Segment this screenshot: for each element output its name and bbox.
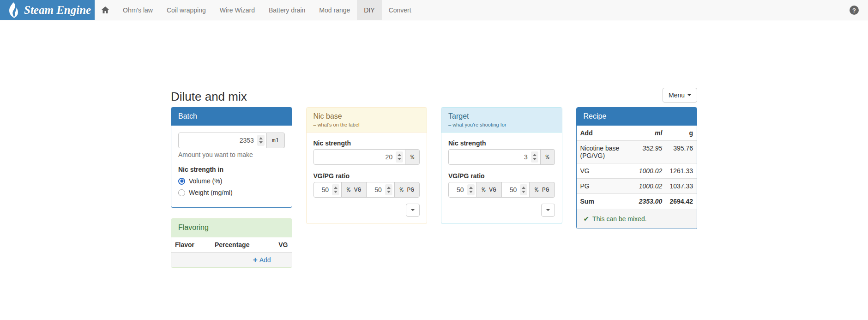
nic-base-panel: Nic base – what's on the label Nic stren… [306,107,428,224]
nic-base-ratio-label: VG/PG ratio [313,172,420,180]
checkmark-icon: ✔ [584,215,590,223]
target-vg-spinner[interactable] [467,184,475,195]
nav-item-diy[interactable]: DIY [357,0,381,20]
target-panel-title: Target [448,112,555,121]
menu-button-label: Menu [669,91,685,99]
nic-base-pg-spinner[interactable] [385,184,392,195]
recipe-row-ml: 352.95 [633,141,666,163]
target-vg-wrap [448,182,477,198]
nav-item-convert[interactable]: Convert [382,0,418,20]
flavoring-table: Flavor Percentage VG + Add [171,237,292,267]
radio-volume[interactable]: Volume (%) [178,177,285,185]
nav-item-ohms-law[interactable]: Ohm's law [116,0,160,20]
batch-amount-input[interactable] [178,133,267,148]
batch-panel-title: Batch [178,112,285,121]
recipe-col-ml: ml [633,126,666,141]
recipe-header-row: Add ml g [577,126,697,141]
recipe-row-g: 1261.33 [666,163,697,179]
target-pg-unit: % PG [529,182,555,198]
recipe-panel-title: Recipe [584,112,690,121]
recipe-row-ml: 1000.02 [633,179,666,194]
nic-base-panel-title: Nic base [313,112,420,121]
target-panel-subtitle: – what you're shooting for [448,122,555,127]
add-flavor-button[interactable]: + Add [253,256,271,264]
main-container: Dilute and mix Menu Batch ml [164,88,704,278]
chevron-down-icon [687,94,691,96]
batch-panel-heading: Batch [171,108,292,126]
nic-base-panel-body: Nic strength % VG/PG ratio [307,133,427,223]
recipe-row-name: VG [577,163,634,179]
column-recipe: Recipe Add ml g Nicotine base (PG/VG) [569,107,705,278]
batch-amount-help: Amount you want to make [178,151,285,158]
target-pg-spinner[interactable] [520,184,527,195]
target-ratio-group: % VG % PG [448,182,555,198]
nic-base-panel-subtitle: – what's on the label [313,122,420,127]
nic-base-dropdown-row [313,198,420,217]
recipe-sum-ml: 2353.00 [633,194,666,209]
brand-logo[interactable]: Steam Engine [0,0,95,20]
recipe-col-g: g [666,126,697,141]
radio-volume-circle[interactable] [178,178,185,185]
house-icon [102,6,109,13]
target-dropdown-row [448,198,555,217]
batch-amount-spinner[interactable] [257,135,265,146]
menu-button[interactable]: Menu [663,88,697,103]
recipe-status: ✔ This can be mixed. [577,209,697,229]
nic-base-strength-unit: % [405,149,420,165]
recipe-row-vg: VG 1000.02 1261.33 [577,163,697,179]
target-dropdown-button[interactable] [541,204,555,217]
target-strength-label: Nic strength [448,139,555,147]
nic-base-vg-unit: % VG [341,182,367,198]
target-panel: Target – what you're shooting for Nic st… [441,107,562,224]
flavoring-add-row: + Add [171,252,292,267]
brand-name: Steam Engine [24,4,91,17]
nic-base-panel-heading: Nic base – what's on the label [307,108,427,133]
radio-weight[interactable]: Weight (mg/ml) [178,189,285,196]
batch-amount-unit: ml [266,133,285,148]
nic-base-dropdown-button[interactable] [406,204,420,217]
target-panel-heading: Target – what you're shooting for [441,108,562,133]
flavoring-header-row: Flavor Percentage VG [171,237,292,253]
help-icon[interactable]: ? [850,6,859,15]
nic-base-strength-spinner[interactable] [396,151,403,163]
nic-base-vg-spinner[interactable] [332,184,339,195]
recipe-sum-g: 2694.42 [666,194,697,209]
radio-weight-label: Weight (mg/ml) [189,189,233,196]
chevron-down-icon [411,209,415,211]
add-flavor-label: Add [259,256,271,264]
flavoring-col-percentage: Percentage [211,237,261,253]
target-pg-wrap [501,182,530,198]
target-strength-unit: % [540,149,555,165]
recipe-row-g: 395.76 [666,141,697,163]
target-strength-spinner[interactable] [531,151,538,163]
target-strength-wrap [448,149,541,165]
nav-item-battery-drain[interactable]: Battery drain [262,0,312,20]
chevron-down-icon [546,209,550,211]
target-strength-input[interactable] [448,149,541,165]
recipe-panel-heading: Recipe [577,108,697,126]
nic-base-strength-input[interactable] [313,149,406,165]
target-panel-body: Nic strength % VG/PG ratio [441,133,562,223]
nav-item-coil-wrapping[interactable]: Coil wrapping [160,0,213,20]
column-batch: Batch ml Amount you want to make Nic str… [164,107,299,278]
recipe-row-name: PG [577,179,634,194]
plus-icon: + [253,257,258,263]
nic-base-strength-label: Nic strength [313,139,420,147]
batch-strength-in-label: Nic strength in [178,166,285,173]
home-icon[interactable] [95,0,116,20]
radio-weight-circle[interactable] [178,189,185,196]
flavoring-col-flavor: Flavor [171,237,211,253]
nav-item-mod-range[interactable]: Mod range [312,0,357,20]
recipe-row-pg: PG 1000.02 1037.33 [577,179,697,194]
nic-base-strength-group: % [313,149,420,165]
target-ratio-label: VG/PG ratio [448,172,555,180]
page-title: Dilute and mix [171,91,247,103]
flavoring-panel: Flavoring Flavor Percentage VG [171,218,292,267]
recipe-row-g: 1037.33 [666,179,697,194]
nav-item-wire-wizard[interactable]: Wire Wizard [213,0,262,20]
radio-volume-label: Volume (%) [189,177,222,185]
nic-base-vg-wrap [313,182,342,198]
recipe-panel: Recipe Add ml g Nicotine base (PG/VG) [576,107,698,229]
navbar: Steam Engine Ohm's law Coil wrapping Wir… [0,0,868,20]
nav-links: Ohm's law Coil wrapping Wire Wizard Batt… [95,0,418,20]
